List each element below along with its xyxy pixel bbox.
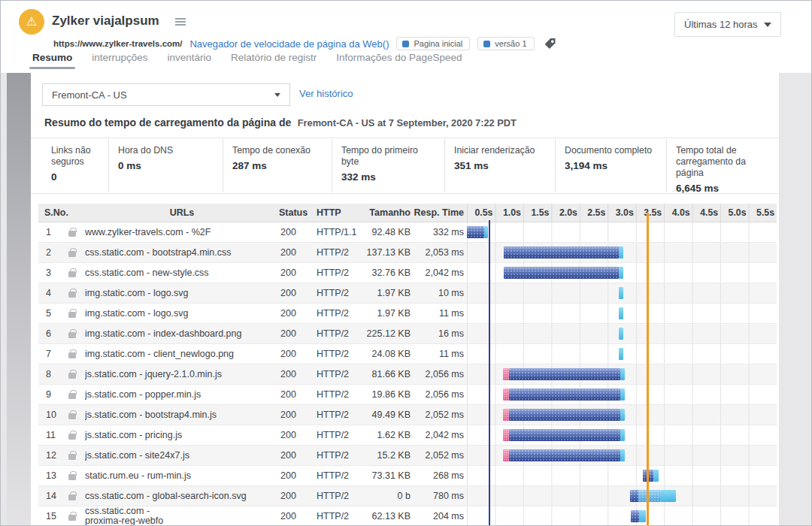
tab-relatorio[interactable]: Relatório de registr bbox=[231, 52, 317, 69]
tab-resumo[interactable]: Resumo bbox=[32, 52, 72, 69]
table-row[interactable]: 14 css.static.com - global-search-icon.s… bbox=[38, 486, 777, 506]
summary-subtitle: Fremont-CA - US at 7 September, 2020 7:2… bbox=[298, 117, 517, 128]
waterfall-segment-cyan[interactable] bbox=[619, 348, 623, 360]
row-timeline bbox=[467, 385, 777, 404]
time-tick: 2.5s bbox=[580, 207, 607, 218]
waterfall-segment-cyan[interactable] bbox=[620, 449, 625, 461]
waterfall-segment-cyan[interactable] bbox=[619, 267, 623, 279]
summary-title: Resumo do tempo de carregamento da págin… bbox=[44, 116, 291, 128]
row-status: 200 bbox=[279, 369, 311, 379]
waterfall-segment-cyan[interactable] bbox=[639, 510, 646, 522]
waterfall-segment-cyan[interactable] bbox=[619, 307, 623, 319]
table-row[interactable]: 15 css.static.com - proxima-reg-webfo 20… bbox=[38, 506, 777, 526]
row-number: 15 bbox=[38, 511, 68, 521]
row-status: 200 bbox=[279, 247, 311, 258]
time-tick: 0.5s bbox=[467, 207, 495, 218]
table-row[interactable]: 5 img.static.com - logo.svg 200 HTTP/2 1… bbox=[38, 304, 777, 324]
metric-document-complete: Documento completo 3,194 ms bbox=[555, 139, 666, 192]
waterfall-segment-cyan[interactable] bbox=[620, 409, 625, 421]
waterfall-segment-blue[interactable] bbox=[638, 490, 661, 502]
waterfall-segment-cyan[interactable] bbox=[620, 388, 625, 401]
table-row[interactable]: 11 js.static.com - pricing.js 200 HTTP/2… bbox=[38, 425, 777, 446]
row-url: js.static.com - popper.min.js bbox=[85, 390, 279, 400]
waterfall-segment-navy[interactable] bbox=[467, 226, 484, 238]
waterfall-segment-pink[interactable] bbox=[503, 388, 509, 401]
app-window: ⚠ Zylker viajalpsum https://www.zylker-t… bbox=[0, 0, 812, 526]
table-row[interactable]: 3 css.static.com - new-style.css 200 HTT… bbox=[38, 263, 777, 283]
waterfall-segment-pink[interactable] bbox=[503, 409, 509, 421]
waterfall-segment-cyan[interactable] bbox=[484, 226, 488, 238]
table-row[interactable]: 2 css.static.com - bootstrap4.min.css 20… bbox=[38, 243, 777, 263]
table-row[interactable]: 1 www.zylker-travels.com - %2F 200 HTTP/… bbox=[38, 222, 777, 243]
table-row[interactable]: 12 js.static.com - site24x7.js 200 HTTP/… bbox=[38, 446, 777, 466]
tab-inventario[interactable]: inventário bbox=[168, 52, 212, 69]
lock-icon bbox=[68, 474, 76, 480]
pagespeed-browser-link[interactable]: Navegador de velocidade de página da Web… bbox=[189, 38, 389, 50]
waterfall-segment-navy[interactable] bbox=[504, 267, 619, 279]
waterfall-segment-cyan[interactable] bbox=[653, 470, 659, 482]
view-history-link[interactable]: Ver histórico bbox=[299, 88, 353, 99]
row-size: 24.08 KB bbox=[360, 349, 411, 359]
waterfall-segment-navy[interactable] bbox=[509, 388, 620, 401]
time-tick: 1.0s bbox=[495, 207, 523, 218]
table-row[interactable]: 9 js.static.com - popper.min.js 200 HTTP… bbox=[38, 385, 777, 405]
tab-bar: Resumo interrupções inventário Relatório… bbox=[32, 52, 462, 69]
waterfall-segment-navy[interactable] bbox=[509, 429, 620, 441]
menu-icon[interactable] bbox=[175, 18, 186, 26]
row-status: 200 bbox=[279, 227, 311, 237]
chevron-down-icon bbox=[274, 93, 280, 97]
waterfall-segment-cyan[interactable] bbox=[619, 246, 623, 258]
row-url: www.zylker-travels.com - %2F bbox=[85, 228, 279, 237]
row-url: css.static.com - new-style.css bbox=[85, 268, 279, 278]
row-status: 200 bbox=[279, 511, 311, 521]
table-row[interactable]: 6 img.static.com - index-dashboard.png 2… bbox=[38, 324, 777, 344]
lock-icon bbox=[68, 393, 76, 399]
lock-cell bbox=[68, 228, 85, 237]
row-resp-time: 268 ms bbox=[411, 470, 467, 481]
row-size: 225.12 KB bbox=[360, 328, 411, 339]
tab-pagespeed[interactable]: Informações do PageSpeed bbox=[336, 52, 462, 69]
badge-version[interactable]: versão 1 bbox=[477, 37, 534, 50]
waterfall-segment-pink[interactable] bbox=[503, 429, 509, 441]
row-number: 14 bbox=[38, 491, 68, 501]
table-row[interactable]: 4 img.static.com - logo.svg 200 HTTP/2 1… bbox=[38, 283, 777, 304]
table-row[interactable]: 8 js.static.com - jquery-2.1.0.min.js 20… bbox=[38, 364, 777, 385]
lock-cell bbox=[68, 370, 85, 379]
table-row[interactable]: 13 static.rum.eu - rum-min.js 200 HTTP/2… bbox=[38, 466, 777, 486]
waterfall-segment-navy[interactable] bbox=[630, 490, 639, 502]
waterfall-segment-cyan[interactable] bbox=[620, 368, 625, 380]
waterfall-segment-navy[interactable] bbox=[509, 449, 620, 461]
badge-home-page[interactable]: Pagina inicial bbox=[396, 37, 470, 50]
tag-icon[interactable] bbox=[545, 38, 556, 49]
waterfall-segment-navy[interactable] bbox=[509, 409, 620, 421]
table-row[interactable]: 7 img.static.com - client_newlogo.png 20… bbox=[38, 344, 777, 364]
metric-first-byte: Tempo do primeiro byte 332 ms bbox=[332, 139, 444, 192]
waterfall-segment-pink[interactable] bbox=[503, 449, 509, 461]
row-number: 11 bbox=[38, 430, 68, 440]
warning-icon: ⚠ bbox=[26, 16, 37, 28]
row-resp-time: 11 ms bbox=[411, 349, 467, 359]
waterfall-segment-cyan[interactable] bbox=[661, 490, 676, 502]
lock-icon bbox=[68, 312, 76, 318]
row-url: css.static.com - proxima-reg-webfo bbox=[85, 506, 279, 526]
waterfall-segment-navy[interactable] bbox=[504, 246, 619, 258]
waterfall-segment-cyan[interactable] bbox=[620, 429, 625, 441]
waterfall-segment-navy[interactable] bbox=[509, 368, 620, 380]
table-row[interactable]: 10 js.static.com - bootstrap4.min.js 200… bbox=[38, 405, 777, 425]
lock-icon bbox=[68, 271, 76, 277]
row-number: 2 bbox=[38, 247, 68, 258]
time-range-dropdown[interactable]: Últimas 12 horas bbox=[674, 12, 781, 37]
waterfall-segment-cyan[interactable] bbox=[619, 328, 623, 340]
row-timeline bbox=[467, 425, 777, 445]
lock-icon bbox=[68, 515, 76, 521]
time-tick: 5.0s bbox=[720, 207, 748, 218]
lock-cell bbox=[68, 431, 85, 440]
waterfall-segment-cyan[interactable] bbox=[619, 287, 623, 299]
row-size: 1.62 KB bbox=[360, 430, 411, 440]
table-body: 1 www.zylker-travels.com - %2F 200 HTTP/… bbox=[38, 222, 777, 526]
waterfall-segment-navy[interactable] bbox=[631, 510, 639, 522]
location-dropdown[interactable]: Fremont-CA - US bbox=[42, 83, 290, 106]
tab-interrupcoes[interactable]: interrupções bbox=[92, 52, 147, 69]
row-http: HTTP/2 bbox=[311, 268, 360, 278]
waterfall-segment-pink[interactable] bbox=[503, 368, 509, 380]
